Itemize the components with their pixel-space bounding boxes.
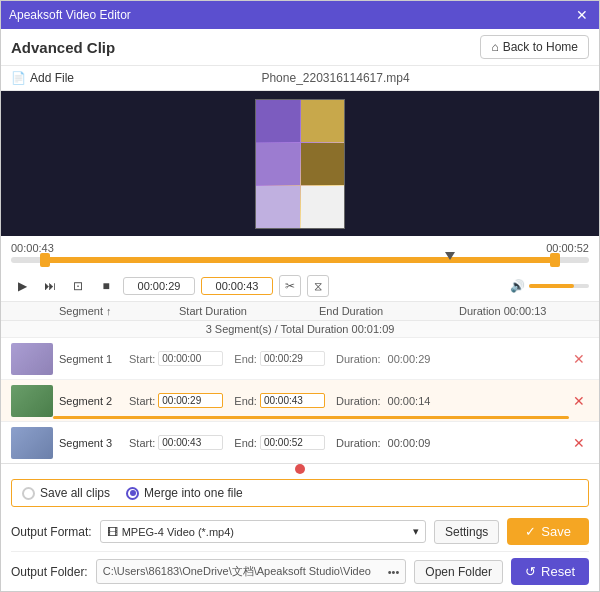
controls-row: ▶ ⏭ ⊡ ■ ✂ ⧖ 🔊: [1, 271, 599, 302]
merge-indicator-row: [1, 464, 599, 474]
folder-path-dots[interactable]: •••: [388, 566, 400, 578]
save-all-label: Save all clips: [40, 486, 110, 500]
merge-indicator-dot: [295, 464, 305, 474]
play-button[interactable]: ▶: [11, 275, 33, 297]
video-preview: [1, 91, 599, 236]
segment-2-start[interactable]: [158, 393, 223, 408]
thumb-cell-1: [256, 100, 300, 142]
fast-forward-button[interactable]: ⏭: [39, 275, 61, 297]
folder-path-display: C:\Users\86183\OneDrive\文档\Apeaksoft Stu…: [96, 559, 407, 584]
table-row: Segment 3 Start: End: Duration: 00:00:09…: [1, 422, 599, 464]
page-title: Advanced Clip: [11, 39, 115, 56]
filename-label: Phone_220316114617.mp4: [82, 71, 589, 85]
volume-track[interactable]: [529, 284, 589, 288]
timeline-pointer: [445, 252, 455, 260]
video-thumbnail: [255, 99, 345, 229]
segment-2-end[interactable]: [260, 393, 325, 408]
film-icon: 🎞: [107, 526, 118, 538]
reset-button[interactable]: ↺ Reset: [511, 558, 589, 585]
merge-into-one-option[interactable]: Merge into one file: [126, 486, 243, 500]
slider-handle-right[interactable]: [550, 253, 560, 267]
add-file-button[interactable]: 📄 Add File: [11, 71, 74, 85]
save-all-clips-option[interactable]: Save all clips: [22, 486, 110, 500]
open-folder-button[interactable]: Open Folder: [414, 560, 503, 584]
reset-label: Reset: [541, 564, 575, 579]
segment-3-duration: 00:00:09: [388, 437, 431, 449]
segment-3-delete-button[interactable]: ✕: [569, 435, 589, 451]
segments-area[interactable]: Segment ↑ Start Duration End Duration Du…: [1, 302, 599, 464]
time-labels: 00:00:43 00:00:52: [11, 242, 589, 254]
segment-3-thumb: [11, 427, 53, 459]
stop-button[interactable]: ■: [95, 275, 117, 297]
cut-button[interactable]: ✂: [279, 275, 301, 297]
add-file-label: Add File: [30, 71, 74, 85]
segments-summary: 3 Segment(s) / Total Duration 00:01:09: [1, 321, 599, 338]
volume-icon: 🔊: [510, 279, 525, 293]
segment-2-times: Start: End: Duration: 00:00:14: [129, 393, 430, 408]
dropdown-icon: ▾: [413, 525, 419, 538]
settings-button[interactable]: Settings: [434, 520, 499, 544]
format-value: MPEG-4 Video (*.mp4): [122, 526, 234, 538]
header: Advanced Clip ⌂ Back to Home: [1, 29, 599, 66]
table-row: Segment 2 Start: End: Duration: 00:00:14…: [1, 380, 599, 422]
format-label: Output Format:: [11, 525, 92, 539]
thumb-cell-4: [301, 143, 345, 185]
back-to-home-button[interactable]: ⌂ Back to Home: [480, 35, 589, 59]
segment-3-times: Start: End: Duration: 00:00:09: [129, 435, 430, 450]
segment-3-name: Segment 3: [59, 437, 129, 449]
segment-1-start[interactable]: [158, 351, 223, 366]
save-all-radio[interactable]: [22, 487, 35, 500]
segment-1-times: Start: End: Duration: 00:00:29: [129, 351, 430, 366]
folder-label: Output Folder:: [11, 565, 88, 579]
col-end: End Duration: [319, 305, 459, 317]
slider-handle-left[interactable]: [40, 253, 50, 267]
bracket-button[interactable]: ⊡: [67, 275, 89, 297]
thumb-cell-5: [256, 186, 300, 228]
bottom-section: Output Format: 🎞 MPEG-4 Video (*.mp4) ▾ …: [1, 512, 599, 591]
segment-3-start[interactable]: [158, 435, 223, 450]
segment-1-name: Segment 1: [59, 353, 129, 365]
col-segment: Segment ↑: [59, 305, 179, 317]
folder-path-text: C:\Users\86183\OneDrive\文档\Apeaksoft Stu…: [103, 564, 371, 579]
timeline-slider[interactable]: [11, 257, 589, 263]
main-window: Apeaksoft Video Editor ✕ Advanced Clip ⌂…: [0, 0, 600, 592]
thumb-cell-6: [301, 186, 345, 228]
cut-alt-button[interactable]: ⧖: [307, 275, 329, 297]
add-file-icon: 📄: [11, 71, 26, 85]
segment-1-delete-button[interactable]: ✕: [569, 351, 589, 367]
home-icon: ⌂: [491, 40, 498, 54]
refresh-icon: ↺: [525, 564, 536, 579]
timeline-area: 00:00:43 00:00:52: [1, 236, 599, 271]
table-row: Segment 1 Start: End: Duration: 00:00:29…: [1, 338, 599, 380]
toolbar: 📄 Add File Phone_220316114617.mp4: [1, 66, 599, 91]
merge-label: Merge into one file: [144, 486, 243, 500]
thumb-cell-2: [301, 100, 345, 142]
title-bar: Apeaksoft Video Editor ✕: [1, 1, 599, 29]
col-start: Start Duration: [179, 305, 319, 317]
segment-2-duration: 00:00:14: [388, 395, 431, 407]
time-in-input[interactable]: [123, 277, 195, 295]
merge-radio[interactable]: [126, 487, 139, 500]
slider-fill: [40, 257, 560, 263]
time-out-input[interactable]: [201, 277, 273, 295]
back-btn-label: Back to Home: [503, 40, 578, 54]
thumb-cell-3: [256, 143, 300, 185]
check-icon: ✓: [525, 524, 536, 539]
save-label: Save: [541, 524, 571, 539]
segment-2-thumb: [11, 385, 53, 417]
col-duration: Duration 00:00:13: [459, 305, 589, 317]
window-title: Apeaksoft Video Editor: [9, 8, 131, 22]
segment-1-duration: 00:00:29: [388, 353, 431, 365]
segment-3-end[interactable]: [260, 435, 325, 450]
volume-fill: [529, 284, 574, 288]
save-button[interactable]: ✓ Save: [507, 518, 589, 545]
close-button[interactable]: ✕: [573, 6, 591, 24]
folder-row: Output Folder: C:\Users\86183\OneDrive\文…: [11, 552, 589, 591]
segments-header: Segment ↑ Start Duration End Duration Du…: [1, 302, 599, 321]
segment-2-delete-button[interactable]: ✕: [569, 393, 589, 409]
format-row: Output Format: 🎞 MPEG-4 Video (*.mp4) ▾ …: [11, 512, 589, 552]
segment-1-end[interactable]: [260, 351, 325, 366]
merge-options-row: Save all clips Merge into one file: [11, 479, 589, 507]
format-select[interactable]: 🎞 MPEG-4 Video (*.mp4) ▾: [100, 520, 426, 543]
segment-1-thumb: [11, 343, 53, 375]
